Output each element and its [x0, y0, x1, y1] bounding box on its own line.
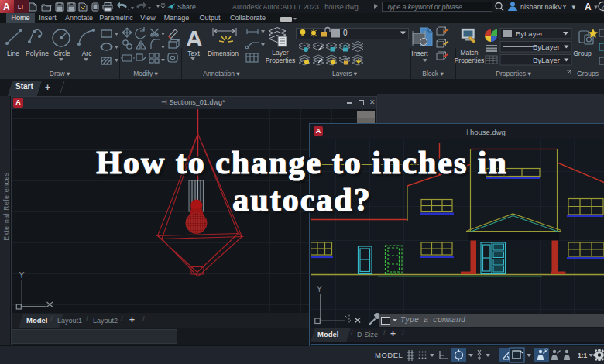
svg-text:0: 0: [343, 29, 348, 37]
svg-text:1:1: 1:1: [578, 352, 588, 359]
svg-text:?: ?: [602, 3, 604, 10]
svg-text:ByLayer: ByLayer: [533, 56, 560, 64]
svg-text:A: A: [186, 26, 203, 51]
svg-text:A: A: [585, 2, 592, 12]
svg-text:ByLayer: ByLayer: [516, 29, 543, 38]
svg-text:LT: LT: [18, 4, 25, 9]
svg-text:Y: Y: [19, 270, 25, 280]
svg-text:ByLayer: ByLayer: [533, 43, 560, 51]
svg-text:A: A: [3, 2, 10, 12]
svg-text:Share: Share: [177, 3, 196, 11]
svg-text:Y: Y: [317, 285, 322, 294]
